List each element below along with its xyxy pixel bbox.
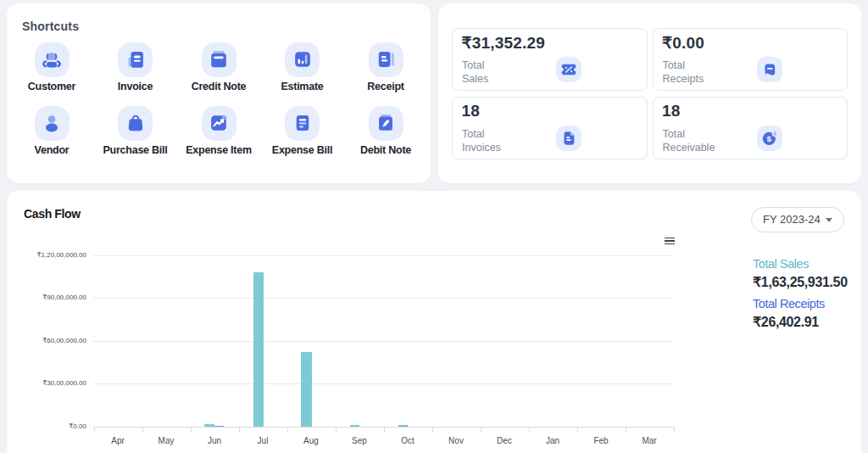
svg-text:$: $ — [766, 134, 771, 143]
